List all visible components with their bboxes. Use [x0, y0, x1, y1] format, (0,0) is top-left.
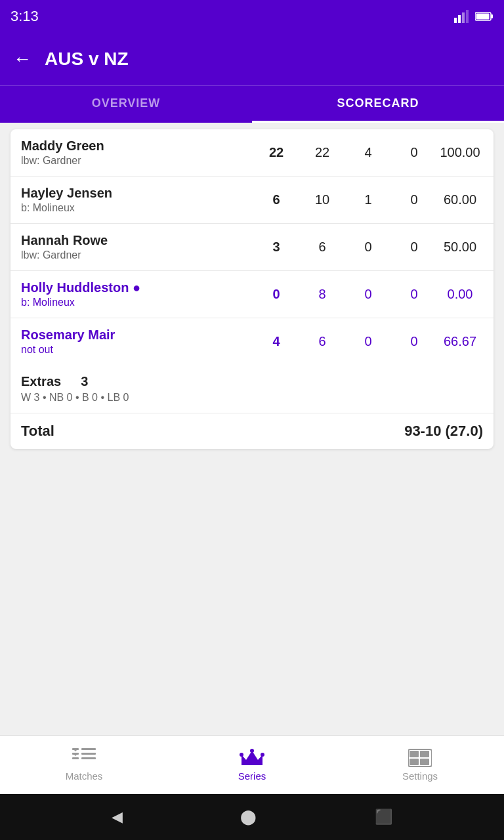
player-sr: 60.00	[437, 192, 483, 207]
nav-label-series: Series	[238, 770, 266, 782]
tab-scorecard[interactable]: SCORECARD	[252, 86, 504, 123]
scorecard-card: Maddy Green lbw: Gardner 22 22 4 0 100.0…	[10, 129, 494, 449]
player-row: Holly Huddleston ● b: Molineux 0 8 0 0 0…	[10, 271, 494, 318]
player-row: Hannah Rowe lbw: Gardner 3 6 0 0 50.00	[10, 224, 494, 271]
player-dismissal: lbw: Gardner	[21, 249, 247, 261]
player-name: Rosemary Mair	[21, 327, 247, 343]
svg-rect-18	[420, 751, 429, 757]
svg-point-15	[250, 749, 254, 753]
svg-point-14	[261, 753, 264, 757]
svg-rect-9	[72, 757, 79, 759]
player-stats: 6 10 1 0 60.00	[247, 192, 483, 207]
svg-rect-12	[81, 757, 96, 759]
player-sixes: 0	[391, 145, 437, 160]
player-info: Maddy Green lbw: Gardner	[21, 138, 247, 167]
player-fours: 0	[345, 287, 391, 302]
signal-icon	[454, 10, 470, 23]
status-time: 3:13	[10, 8, 39, 25]
player-stats: 3 6 0 0 50.00	[247, 240, 483, 255]
player-stats: 0 8 0 0 0.00	[247, 287, 483, 302]
battery-icon	[475, 11, 494, 22]
system-recent-button[interactable]: ⬛	[375, 808, 392, 826]
svg-rect-11	[81, 753, 96, 755]
svg-rect-1	[458, 15, 461, 23]
status-bar: 3:13	[0, 0, 504, 33]
main-content: Maddy Green lbw: Gardner 22 22 4 0 100.0…	[0, 123, 504, 735]
svg-rect-6	[476, 14, 490, 20]
player-name: Holly Huddleston ●	[21, 280, 247, 295]
svg-rect-0	[454, 18, 457, 23]
player-runs: 3	[253, 240, 299, 255]
player-fours: 1	[345, 192, 391, 207]
player-name: Maddy Green	[21, 138, 247, 154]
svg-rect-19	[410, 759, 419, 765]
nav-item-series[interactable]: Series	[168, 736, 336, 794]
player-runs: 22	[253, 145, 299, 160]
back-button[interactable]: ←	[13, 49, 32, 70]
player-sr: 0.00	[437, 287, 483, 302]
player-row: Rosemary Mair not out 4 6 0 0 66.67	[10, 318, 494, 365]
app-header: ← AUS v NZ	[0, 33, 504, 85]
player-balls: 10	[299, 192, 345, 207]
svg-rect-17	[410, 751, 419, 757]
bottom-nav: Matches Series Settings	[0, 735, 504, 794]
player-info: Holly Huddleston ● b: Molineux	[21, 280, 247, 308]
svg-rect-5	[491, 14, 493, 18]
player-dismissal: lbw: Gardner	[21, 155, 247, 167]
nav-item-settings[interactable]: Settings	[336, 736, 504, 794]
system-nav-bar: ◀ ⬤ ⬛	[0, 794, 504, 840]
player-sixes: 0	[391, 334, 437, 349]
player-row: Hayley Jensen b: Molineux 6 10 1 0 60.00	[10, 177, 494, 224]
player-sr: 66.67	[437, 334, 483, 349]
series-icon	[240, 748, 264, 768]
extras-detail: W 3 • NB 0 • B 0 • LB 0	[21, 392, 483, 404]
player-sr: 100.00	[437, 145, 483, 160]
svg-rect-20	[420, 759, 429, 765]
player-name: Hayley Jensen	[21, 186, 247, 201]
system-back-button[interactable]: ◀	[112, 808, 123, 826]
tabs-bar: OVERVIEW SCORECARD	[0, 85, 504, 123]
player-runs: 4	[253, 334, 299, 349]
player-fours: 0	[345, 240, 391, 255]
tab-overview[interactable]: OVERVIEW	[0, 86, 252, 123]
player-info: Hannah Rowe lbw: Gardner	[21, 233, 247, 261]
nav-label-settings: Settings	[402, 770, 438, 782]
svg-rect-7	[72, 748, 79, 750]
extras-row: Extras 3 W 3 • NB 0 • B 0 • LB 0	[10, 365, 494, 413]
svg-rect-2	[462, 12, 465, 23]
player-stats: 22 22 4 0 100.00	[247, 145, 483, 160]
status-icons	[454, 10, 494, 23]
matches-icon	[72, 748, 96, 768]
total-label: Total	[21, 423, 404, 440]
system-home-button[interactable]: ⬤	[240, 808, 257, 826]
page-title: AUS v NZ	[45, 49, 129, 70]
player-dismissal: b: Molineux	[21, 297, 247, 308]
svg-rect-10	[81, 748, 96, 750]
extras-value: 3	[81, 374, 88, 389]
player-info: Rosemary Mair not out	[21, 327, 247, 356]
player-runs: 0	[253, 287, 299, 302]
player-sixes: 0	[391, 287, 437, 302]
player-sixes: 0	[391, 240, 437, 255]
player-dismissal: not out	[21, 344, 247, 356]
player-sr: 50.00	[437, 240, 483, 255]
player-balls: 8	[299, 287, 345, 302]
player-name: Hannah Rowe	[21, 233, 247, 248]
total-row: Total 93-10 (27.0)	[10, 413, 494, 449]
svg-point-13	[240, 753, 243, 757]
player-row: Maddy Green lbw: Gardner 22 22 4 0 100.0…	[10, 129, 494, 177]
svg-rect-3	[466, 10, 469, 23]
settings-icon	[408, 748, 432, 768]
player-fours: 4	[345, 145, 391, 160]
player-balls: 6	[299, 334, 345, 349]
nav-item-matches[interactable]: Matches	[0, 736, 168, 794]
player-fours: 0	[345, 334, 391, 349]
nav-label-matches: Matches	[66, 770, 103, 782]
player-dismissal: b: Molineux	[21, 202, 247, 214]
player-sixes: 0	[391, 192, 437, 207]
total-value: 93-10 (27.0)	[404, 423, 483, 440]
player-balls: 22	[299, 145, 345, 160]
player-stats: 4 6 0 0 66.67	[247, 334, 483, 349]
player-balls: 6	[299, 240, 345, 255]
player-info: Hayley Jensen b: Molineux	[21, 186, 247, 214]
